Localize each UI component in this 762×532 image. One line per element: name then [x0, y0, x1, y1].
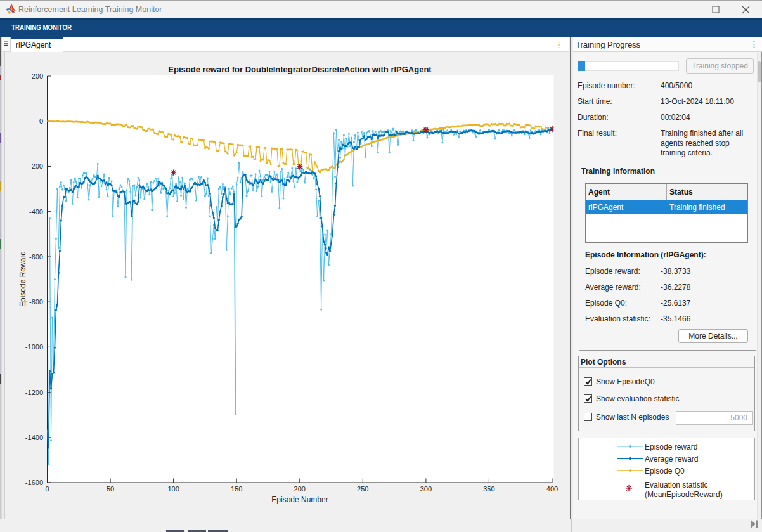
svg-text:-600: -600	[29, 253, 43, 261]
svg-text:50: 50	[107, 485, 114, 493]
svg-text:Episode Number: Episode Number	[271, 495, 328, 504]
svg-text:-1600: -1600	[25, 479, 43, 486]
svg-text:-200: -200	[29, 162, 43, 170]
svg-text:200: 200	[294, 485, 306, 493]
svg-text:-1400: -1400	[25, 434, 43, 441]
svg-text:Episode Reward: Episode Reward	[18, 251, 27, 307]
svg-text:-1000: -1000	[25, 343, 43, 351]
svg-text:200: 200	[32, 72, 43, 80]
svg-text:100: 100	[167, 485, 179, 493]
svg-text:0: 0	[45, 485, 49, 493]
svg-text:-800: -800	[29, 298, 43, 306]
svg-text:-400: -400	[29, 208, 43, 216]
svg-text:150: 150	[231, 485, 242, 493]
svg-text:-1200: -1200	[25, 389, 43, 396]
svg-text:350: 350	[483, 485, 494, 493]
svg-text:Episode reward for DoubleInteg: Episode reward for DoubleIntegratorDiscr…	[168, 65, 432, 74]
svg-text:250: 250	[357, 485, 368, 493]
svg-text:0: 0	[39, 117, 43, 125]
svg-text:400: 400	[546, 485, 558, 493]
svg-text:300: 300	[420, 485, 432, 493]
